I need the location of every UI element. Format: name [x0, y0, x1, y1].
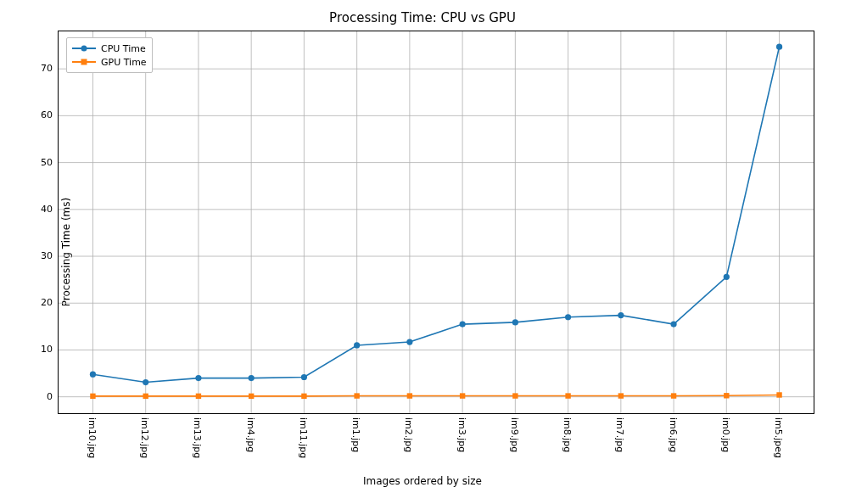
chart-title: Processing Time: CPU vs GPU: [0, 10, 845, 25]
marker-cpu-time: [301, 374, 307, 380]
chart-grid: [59, 31, 814, 413]
marker-gpu-time: [301, 394, 306, 399]
marker-cpu-time: [670, 321, 676, 327]
y-tick-label: 50: [5, 156, 53, 167]
x-tick-label: im12.jpg: [139, 417, 150, 458]
x-tick-label: im11.jpg: [298, 417, 309, 458]
marker-cpu-time: [249, 375, 255, 381]
x-tick-label: im2.jpg: [403, 417, 414, 452]
x-tick-label: im7.jpg: [614, 417, 625, 452]
marker-gpu-time: [407, 393, 412, 398]
y-tick-label: 70: [5, 63, 53, 74]
x-axis-label: Images ordered by size: [0, 475, 845, 487]
x-tick-label: im1.jpg: [350, 417, 361, 452]
y-tick-label: 30: [5, 250, 53, 261]
x-tick-label: im10.jpg: [87, 417, 98, 458]
legend-label-cpu: CPU Time: [101, 43, 146, 54]
legend-entry-cpu: CPU Time: [72, 42, 147, 55]
marker-gpu-time: [90, 394, 95, 399]
marker-gpu-time: [512, 393, 518, 398]
legend-entry-gpu: GPU Time: [72, 55, 147, 69]
y-tick-label: 20: [5, 297, 53, 308]
line-cpu-time: [92, 47, 779, 382]
marker-cpu-time: [618, 312, 624, 318]
marker-gpu-time: [618, 393, 624, 398]
chart-svg: [59, 31, 814, 413]
chart-legend: CPU Time GPU Time: [66, 37, 153, 73]
marker-gpu-time: [565, 393, 570, 398]
marker-cpu-time: [512, 319, 518, 325]
marker-gpu-time: [776, 392, 781, 397]
x-tick-label: im0.jpg: [720, 417, 731, 452]
chart-series: [90, 44, 782, 399]
legend-marker-gpu: [72, 57, 96, 67]
y-tick-label: 0: [5, 390, 53, 401]
chart-plot-area: [58, 31, 814, 414]
marker-cpu-time: [354, 342, 360, 348]
y-tick-label: 10: [5, 344, 53, 355]
marker-gpu-time: [196, 394, 201, 399]
marker-cpu-time: [724, 274, 730, 280]
y-tick-label: 60: [5, 109, 53, 120]
marker-cpu-time: [776, 44, 782, 50]
x-tick-label: im4.jpg: [245, 417, 256, 452]
x-tick-label: im13.jpg: [192, 417, 203, 458]
marker-gpu-time: [354, 393, 359, 398]
x-tick-label: im3.jpg: [456, 417, 467, 452]
marker-gpu-time: [460, 393, 465, 398]
marker-cpu-time: [90, 372, 96, 378]
figure: Processing Time: CPU vs GPU Processing T…: [0, 0, 845, 504]
marker-gpu-time: [143, 394, 148, 399]
marker-gpu-time: [724, 393, 729, 398]
legend-label-gpu: GPU Time: [101, 57, 147, 68]
x-tick-label: im6.jpg: [668, 417, 679, 452]
marker-cpu-time: [143, 379, 148, 385]
x-tick-label: im8.jpg: [562, 417, 573, 452]
marker-cpu-time: [460, 321, 466, 327]
marker-gpu-time: [671, 393, 676, 398]
x-tick-label: im9.jpg: [509, 417, 520, 452]
marker-cpu-time: [565, 314, 571, 320]
legend-marker-cpu: [72, 43, 96, 53]
marker-cpu-time: [406, 339, 412, 344]
marker-cpu-time: [195, 375, 201, 381]
y-tick-label: 40: [5, 203, 53, 214]
marker-gpu-time: [249, 394, 254, 399]
x-tick-label: im5.jpeg: [773, 417, 784, 458]
